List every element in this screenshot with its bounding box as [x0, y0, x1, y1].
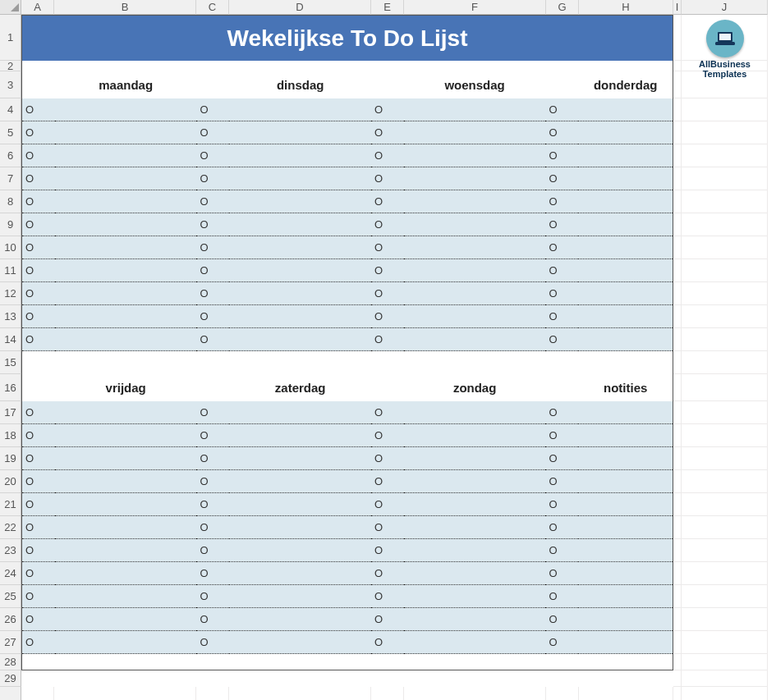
- task-input-line[interactable]: [55, 98, 197, 121]
- spreadsheet-cell[interactable]: [682, 282, 768, 305]
- task-input-line[interactable]: [404, 328, 546, 351]
- task-bullet[interactable]: O: [22, 562, 55, 585]
- task-input-line[interactable]: [404, 213, 546, 236]
- spreadsheet-cell[interactable]: [673, 167, 682, 190]
- task-input-line[interactable]: [404, 562, 546, 585]
- spreadsheet-cell[interactable]: [682, 470, 768, 493]
- task-bullet[interactable]: O: [196, 213, 229, 236]
- task-input-line[interactable]: [404, 190, 546, 213]
- task-bullet[interactable]: O: [196, 401, 229, 424]
- task-bullet[interactable]: O: [371, 585, 404, 608]
- task-bullet[interactable]: O: [545, 516, 578, 539]
- task-input-line[interactable]: [404, 631, 546, 654]
- spreadsheet-cell[interactable]: [673, 670, 682, 687]
- task-input-line[interactable]: [55, 424, 197, 447]
- spreadsheet-cell[interactable]: [673, 61, 682, 71]
- task-input-line[interactable]: [229, 121, 371, 144]
- task-input-line[interactable]: [404, 608, 546, 631]
- column-header[interactable]: E: [371, 0, 404, 15]
- task-bullet[interactable]: O: [371, 305, 404, 328]
- task-bullet[interactable]: O: [371, 424, 404, 447]
- task-input-line[interactable]: [578, 328, 673, 351]
- task-bullet[interactable]: O: [22, 470, 55, 493]
- task-input-line[interactable]: [229, 493, 371, 516]
- task-bullet[interactable]: O: [371, 447, 404, 470]
- task-bullet[interactable]: O: [196, 190, 229, 213]
- spreadsheet-cell[interactable]: [682, 305, 768, 328]
- spreadsheet-cell[interactable]: [682, 401, 768, 424]
- task-input-line[interactable]: [404, 447, 546, 470]
- spreadsheet-cell[interactable]: [673, 470, 682, 493]
- task-input-line[interactable]: [404, 585, 546, 608]
- task-bullet[interactable]: O: [22, 447, 55, 470]
- task-bullet[interactable]: O: [371, 98, 404, 121]
- task-bullet[interactable]: O: [196, 236, 229, 259]
- row-header[interactable]: 9: [0, 213, 21, 236]
- task-input-line[interactable]: [578, 585, 673, 608]
- task-input-line[interactable]: [55, 631, 197, 654]
- task-input-line[interactable]: [404, 539, 546, 562]
- task-bullet[interactable]: O: [22, 144, 55, 167]
- task-input-line[interactable]: [578, 539, 673, 562]
- spreadsheet-cell[interactable]: [673, 585, 682, 608]
- spreadsheet-cell[interactable]: [371, 687, 404, 700]
- task-bullet[interactable]: O: [371, 144, 404, 167]
- spreadsheet-cell[interactable]: [673, 98, 682, 121]
- spreadsheet-cell[interactable]: [673, 374, 682, 401]
- task-bullet[interactable]: O: [196, 328, 229, 351]
- task-input-line[interactable]: [578, 424, 673, 447]
- task-bullet[interactable]: O: [545, 236, 578, 259]
- task-bullet[interactable]: O: [545, 401, 578, 424]
- spreadsheet-cell[interactable]: [404, 687, 546, 700]
- task-bullet[interactable]: O: [371, 470, 404, 493]
- task-input-line[interactable]: [55, 236, 197, 259]
- task-input-line[interactable]: [229, 562, 371, 585]
- task-bullet[interactable]: O: [371, 608, 404, 631]
- row-header[interactable]: 28: [0, 654, 21, 670]
- column-header[interactable]: F: [404, 0, 546, 15]
- row-header[interactable]: 15: [0, 351, 21, 374]
- task-bullet[interactable]: O: [22, 236, 55, 259]
- task-bullet[interactable]: O: [196, 144, 229, 167]
- task-input-line[interactable]: [578, 562, 673, 585]
- task-input-line[interactable]: [404, 167, 546, 190]
- spreadsheet-cell[interactable]: [21, 687, 54, 700]
- spreadsheet-cell[interactable]: [682, 190, 768, 213]
- task-input-line[interactable]: [578, 190, 673, 213]
- task-bullet[interactable]: O: [545, 98, 578, 121]
- task-input-line[interactable]: [404, 424, 546, 447]
- spreadsheet-cell[interactable]: [682, 236, 768, 259]
- task-input-line[interactable]: [55, 562, 197, 585]
- task-bullet[interactable]: O: [371, 328, 404, 351]
- row-header[interactable]: 27: [0, 631, 21, 654]
- spreadsheet-cell[interactable]: [673, 687, 682, 700]
- task-input-line[interactable]: [578, 447, 673, 470]
- spreadsheet-cell[interactable]: [579, 687, 673, 700]
- task-bullet[interactable]: O: [545, 305, 578, 328]
- row-header[interactable]: 13: [0, 305, 21, 328]
- task-bullet[interactable]: O: [22, 401, 55, 424]
- task-input-line[interactable]: [404, 236, 546, 259]
- task-bullet[interactable]: O: [545, 539, 578, 562]
- spreadsheet-cell[interactable]: [673, 516, 682, 539]
- task-bullet[interactable]: O: [371, 259, 404, 282]
- task-input-line[interactable]: [578, 98, 673, 121]
- spreadsheet-cell[interactable]: [682, 328, 768, 351]
- spreadsheet-cell[interactable]: [673, 351, 682, 374]
- task-bullet[interactable]: O: [545, 424, 578, 447]
- row-header[interactable]: 26: [0, 608, 21, 631]
- task-bullet[interactable]: O: [545, 470, 578, 493]
- task-bullet[interactable]: O: [196, 424, 229, 447]
- row-header[interactable]: 20: [0, 470, 21, 493]
- row-header[interactable]: 21: [0, 493, 21, 516]
- task-input-line[interactable]: [578, 144, 673, 167]
- task-bullet[interactable]: O: [196, 447, 229, 470]
- task-bullet[interactable]: O: [22, 259, 55, 282]
- task-bullet[interactable]: O: [196, 167, 229, 190]
- spreadsheet-cell[interactable]: [673, 282, 682, 305]
- spreadsheet-cell[interactable]: [682, 493, 768, 516]
- task-bullet[interactable]: O: [196, 305, 229, 328]
- task-bullet[interactable]: O: [545, 447, 578, 470]
- task-bullet[interactable]: O: [371, 213, 404, 236]
- spreadsheet-cell[interactable]: [673, 15, 682, 61]
